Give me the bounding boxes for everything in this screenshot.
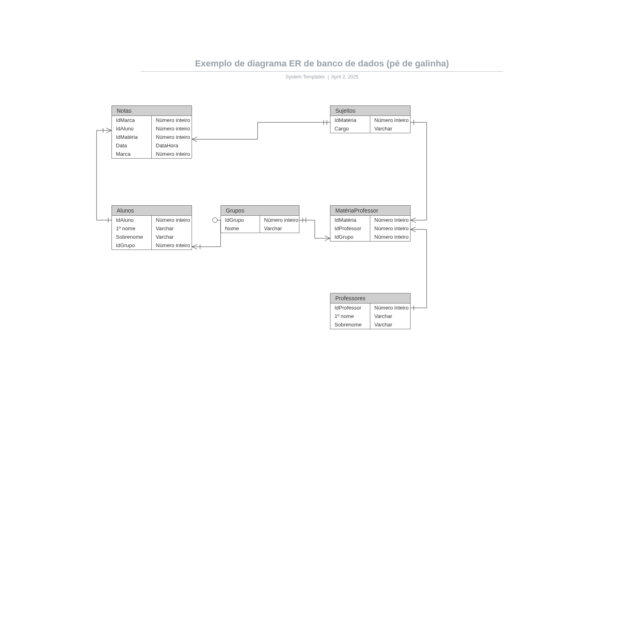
diagram-title: Exemplo de diagrama ER de banco de dados… xyxy=(141,58,503,72)
field-type: Varchar xyxy=(370,320,410,329)
entity-notas-header: Notas xyxy=(112,106,192,116)
field-type: Número inteiro xyxy=(370,224,410,233)
field-type: Número inteiro xyxy=(370,303,410,312)
field-name: Data xyxy=(112,141,152,150)
entity-sujeitos-header: Sujeitos xyxy=(330,106,410,116)
field-type: Varchar xyxy=(370,312,410,320)
field-name: 1º nome xyxy=(112,224,152,233)
field-name: IdProfessor xyxy=(330,224,370,233)
field-type: Número inteiro xyxy=(370,233,410,241)
field-type: Número inteiro xyxy=(152,216,192,224)
svg-point-5 xyxy=(213,218,217,223)
field-name: IdGrupo xyxy=(112,241,152,250)
field-type: Número inteiro xyxy=(370,216,410,224)
field-type: Número inteiro xyxy=(152,116,192,124)
entity-professores-rows: IdProfessor Número inteiro 1º nome Varch… xyxy=(330,303,410,329)
entity-notas-rows: IdMarca Número inteiro IdAluno Número in… xyxy=(112,116,192,158)
connections-layer xyxy=(0,0,644,644)
entity-materia-professor-rows: IdMatéria Número inteiro IdProfessor Núm… xyxy=(330,216,410,241)
entity-alunos-header: Alunos xyxy=(112,206,192,216)
field-type: Número inteiro xyxy=(370,116,410,124)
entity-grupos: Grupos IdGrupo Número inteiro Nome Varch… xyxy=(221,205,299,233)
entity-professores-header: Professores xyxy=(330,293,410,303)
field-type: Varchar xyxy=(152,224,192,233)
entity-alunos: Alunos IdAluno Número inteiro 1º nome Va… xyxy=(111,205,192,250)
field-name: IdMatéria xyxy=(330,216,370,224)
entity-sujeitos-rows: IdMatéria Número inteiro Cargo Varchar xyxy=(330,116,410,133)
field-type: DataHora xyxy=(152,141,192,150)
entity-alunos-rows: IdAluno Número inteiro 1º nome Varchar S… xyxy=(112,216,192,250)
diagram-date: April 2, 2025 xyxy=(331,74,358,80)
field-name: Nome xyxy=(221,224,260,233)
entity-materia-professor-header: MatériaProfessor xyxy=(330,206,410,216)
field-name: IdGrupo xyxy=(330,233,370,241)
field-type: Número inteiro xyxy=(152,124,192,133)
er-diagram-canvas: Exemplo de diagrama ER de banco de dados… xyxy=(0,0,644,644)
field-type: Número inteiro xyxy=(260,216,299,224)
entity-notas: Notas IdMarca Número inteiro IdAluno Núm… xyxy=(111,105,192,159)
field-name: IdAluno xyxy=(112,216,152,224)
field-name: IdMarca xyxy=(112,116,152,124)
diagram-subtitle: System Templates | April 2, 2025 xyxy=(141,74,503,80)
entity-grupos-rows: IdGrupo Número inteiro Nome Varchar xyxy=(221,216,299,233)
field-name: Cargo xyxy=(330,124,370,133)
field-name: Sobrenome xyxy=(112,233,152,241)
entity-sujeitos: Sujeitos IdMatéria Número inteiro Cargo … xyxy=(330,105,411,133)
field-name: IdGrupo xyxy=(221,216,260,224)
field-type: Número inteiro xyxy=(152,150,192,158)
field-name: Marca xyxy=(112,150,152,158)
entity-grupos-header: Grupos xyxy=(221,206,299,216)
field-type: Número inteiro xyxy=(152,241,192,250)
diagram-author: System Templates xyxy=(285,74,325,80)
field-name: IdMatéria xyxy=(112,133,152,141)
entity-professores: Professores IdProfessor Número inteiro 1… xyxy=(330,293,411,329)
field-name: 1º nome xyxy=(330,312,370,320)
entity-materia-professor: MatériaProfessor IdMatéria Número inteir… xyxy=(330,205,411,242)
field-type: Varchar xyxy=(370,124,410,133)
field-type: Número inteiro xyxy=(152,133,192,141)
field-type: Varchar xyxy=(152,233,192,241)
field-name: IdProfessor xyxy=(330,303,370,312)
diagram-title-block: Exemplo de diagrama ER de banco de dados… xyxy=(141,58,503,80)
field-name: Sobrenome xyxy=(330,320,370,329)
field-type: Varchar xyxy=(260,224,299,233)
field-name: IdAluno xyxy=(112,124,152,133)
field-name: IdMatéria xyxy=(330,116,370,124)
